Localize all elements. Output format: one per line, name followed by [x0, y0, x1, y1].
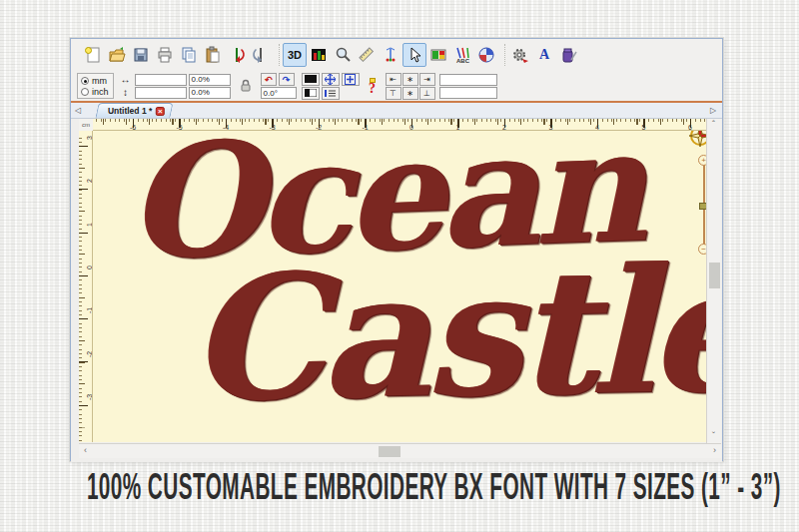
compass-rose-widget[interactable]: N — [688, 131, 706, 149]
tab-close-button[interactable]: × — [156, 107, 165, 116]
caption-row: 100% CUSTOMABLE EMBROIDERY BX FONT WITH … — [0, 465, 799, 496]
align-buttons-group: ⇤ ∗ ⇥ ⊤ ∗ ⊥ — [386, 73, 434, 100]
density-wheel-button[interactable] — [474, 43, 498, 67]
align-bottom-button[interactable]: ⊥ — [419, 87, 435, 100]
view-solid-button[interactable] — [302, 73, 320, 86]
position-y-input[interactable] — [439, 87, 497, 99]
needle-abc-icon: ABC — [453, 46, 471, 64]
print-button[interactable] — [153, 43, 177, 67]
scroll-left-button[interactable]: ‹ — [79, 445, 92, 456]
align-top-icon: ⊤ — [390, 89, 397, 98]
stitch-points-button[interactable] — [379, 43, 402, 67]
color-view-icon — [429, 46, 447, 64]
color-view-button[interactable] — [426, 43, 450, 67]
height-percent-input[interactable]: 0.0% — [189, 87, 231, 99]
transform-toolbar: mm inch ↔ 0.0% ↕ 0.0% ↶ — [71, 71, 722, 101]
view-buttons-group — [302, 73, 360, 100]
font-letters-button[interactable]: A — [532, 43, 556, 67]
unit-mm-radio[interactable]: mm — [81, 76, 109, 86]
vertical-scroll-thumb[interactable] — [709, 263, 720, 288]
unit-inch-radio[interactable]: inch — [81, 87, 109, 97]
stitch-points-icon — [382, 46, 400, 64]
horizontal-scrollbar[interactable]: ‹ › — [79, 443, 721, 458]
width-percent-input[interactable]: 0.0% — [189, 74, 231, 86]
thread-palette-button[interactable] — [556, 43, 580, 67]
question-mark-label: ? — [369, 84, 376, 94]
font-a-label: A — [539, 47, 549, 63]
copy-button[interactable] — [177, 43, 201, 67]
save-button[interactable] — [129, 43, 153, 67]
zoom-tool-button[interactable] — [331, 43, 355, 67]
tab-untitled-1[interactable]: Untitled 1 * × — [95, 103, 174, 118]
h-ruler-number: 3 — [549, 124, 553, 131]
stitch-histogram-button[interactable] — [307, 43, 331, 67]
merge-design-button[interactable] — [508, 43, 532, 67]
h-ruler-number: 2 — [502, 124, 506, 131]
new-document-button[interactable] — [81, 43, 105, 67]
zoom-in-button[interactable]: + — [698, 155, 706, 166]
h-ruler: -6-5-4-3-2-10123456 — [93, 119, 706, 131]
h-ruler-number: 6 — [688, 124, 692, 131]
scroll-right-button[interactable]: › — [708, 445, 721, 456]
view-contrast-button[interactable] — [302, 87, 320, 100]
open-folder-icon — [108, 46, 126, 64]
align-center-h-button[interactable]: ∗ — [402, 73, 418, 86]
help-button[interactable]: ? — [365, 73, 381, 99]
align-right-icon: ⇥ — [423, 75, 430, 84]
h-ruler-number: -4 — [223, 124, 229, 131]
center-design-button[interactable] — [322, 73, 340, 86]
select-tool-button[interactable] — [402, 43, 426, 67]
measure-tool-button[interactable] — [355, 43, 379, 67]
align-right-button[interactable]: ⇥ — [419, 73, 435, 86]
radio-selected-icon — [81, 77, 89, 85]
tab-label: Untitled 1 * — [108, 106, 152, 116]
lock-aspect-button[interactable] — [236, 76, 256, 96]
position-x-input[interactable] — [439, 74, 497, 86]
scroll-down-button[interactable]: ˇ — [707, 430, 720, 441]
tab-scroll-left-button[interactable]: ◁ — [71, 106, 85, 115]
rotate-left-button[interactable]: ↶ — [261, 73, 277, 86]
width-input[interactable] — [135, 74, 187, 86]
rotate-group: ↶ ↷ 0.0° — [261, 73, 297, 99]
scroll-up-button[interactable]: ˆ — [707, 119, 720, 130]
rotate-left-icon: ↶ — [265, 75, 273, 85]
svg-text:ABC: ABC — [456, 58, 470, 64]
undo-button[interactable] — [225, 43, 249, 67]
rotate-right-button[interactable]: ↷ — [279, 73, 295, 86]
tab-scroll-right-button[interactable]: ▷ — [706, 106, 720, 115]
print-icon — [156, 46, 174, 64]
h-ruler-number: 0 — [409, 124, 413, 131]
design-canvas[interactable]: Ocean Castle N + − — [93, 131, 706, 442]
align-top-button[interactable]: ⊤ — [386, 87, 401, 100]
view-outline-button[interactable] — [322, 87, 340, 100]
thread-jar-icon — [559, 46, 577, 64]
align-center-h-icon: ∗ — [406, 75, 413, 84]
redo-button[interactable] — [249, 43, 273, 67]
align-center-v-button[interactable]: ∗ — [402, 87, 418, 100]
zoom-slider-handle[interactable] — [699, 203, 706, 210]
new-document-icon — [84, 46, 102, 64]
align-center-v-icon: ∗ — [406, 89, 413, 98]
h-ruler-number: -5 — [176, 124, 182, 131]
horizontal-scroll-thumb[interactable] — [379, 446, 400, 457]
document-tab-bar: ◁ Untitled 1 * × ▷ — [71, 103, 722, 119]
rotation-input[interactable]: 0.0° — [261, 87, 297, 99]
undo-icon — [228, 46, 246, 64]
paste-button[interactable] — [201, 43, 225, 67]
align-left-icon: ⇤ — [390, 75, 397, 84]
lettering-button[interactable]: ABC — [450, 43, 474, 67]
zoom-slider: + − — [697, 155, 706, 255]
vertical-scrollbar[interactable]: ˆ ˇ — [706, 119, 721, 443]
align-left-button[interactable]: ⇤ — [386, 73, 401, 86]
zoom-out-button[interactable]: − — [698, 244, 706, 255]
design-text-line2[interactable]: Castle — [188, 244, 706, 425]
view-3d-button[interactable]: 3D — [283, 43, 307, 67]
cursor-icon — [405, 46, 423, 64]
copy-icon — [180, 46, 198, 64]
height-input[interactable] — [135, 87, 187, 99]
paste-icon — [204, 46, 222, 64]
units-group: mm inch — [77, 73, 114, 99]
open-folder-button[interactable] — [105, 43, 129, 67]
align-bottom-icon: ⊥ — [423, 89, 430, 98]
fit-hoop-button[interactable] — [342, 73, 360, 86]
